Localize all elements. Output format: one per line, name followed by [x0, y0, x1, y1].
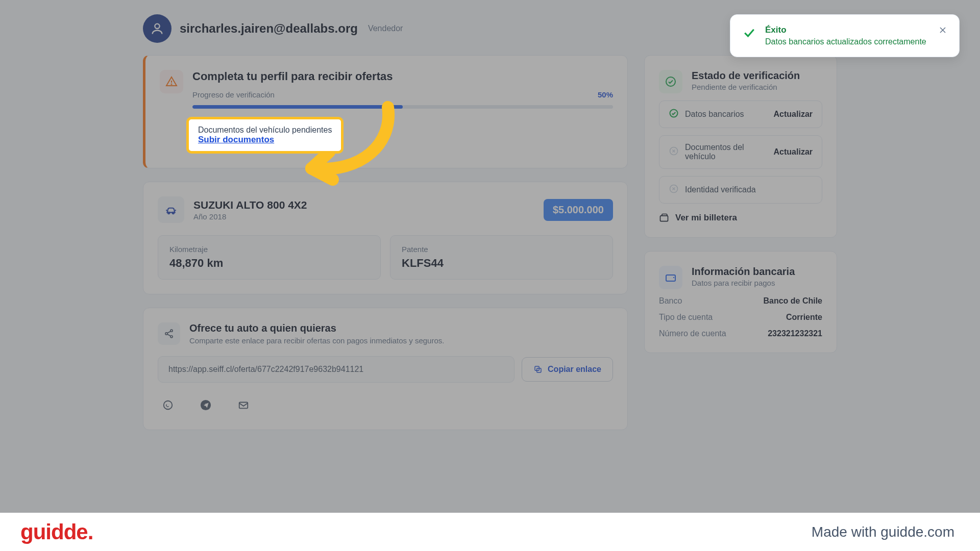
stat-label: Patente: [402, 245, 601, 254]
svg-line-9: [167, 334, 170, 336]
close-icon: [938, 25, 948, 35]
telegram-icon[interactable]: [195, 395, 216, 415]
copy-link-button[interactable]: Copiar enlace: [522, 357, 613, 382]
stat-label: Kilometraje: [169, 245, 369, 254]
bank-value: Banco de Chile: [763, 296, 822, 306]
stat-value: KLFS44: [402, 257, 601, 270]
avatar: [143, 14, 172, 43]
bank-label: Tipo de cuenta: [659, 313, 713, 322]
progress-pct: 50%: [598, 90, 613, 99]
svg-rect-14: [239, 403, 248, 409]
stat-patente: Patente KLFS44: [390, 235, 613, 280]
verification-item-label: Documentos del vehículo: [685, 143, 774, 161]
bank-subtitle: Datos para recibir pagos: [692, 279, 795, 287]
verification-item: Datos bancarios Actualizar: [659, 101, 822, 128]
bank-row: Número de cuenta 232321232321: [659, 329, 822, 338]
guidde-logo: guidde.: [20, 520, 93, 544]
verification-card: Estado de verificación Pendiente de veri…: [644, 55, 837, 238]
vehicle-title: SUZUKI ALTO 800 4X2: [193, 199, 307, 211]
shield-check-icon: [659, 70, 682, 93]
update-button[interactable]: Actualizar: [774, 147, 813, 157]
share-url[interactable]: https://app.seiff.cl/oferta/677c2242f917…: [158, 356, 514, 383]
wallet-icon: [659, 266, 682, 289]
footer: guidde. Made with guidde.com: [0, 513, 980, 551]
svg-line-8: [167, 331, 170, 333]
copy-label: Copiar enlace: [548, 365, 601, 374]
verification-item: Identidad verificada: [659, 176, 822, 204]
circle-x-icon: [669, 184, 679, 196]
vehicle-card: SUZUKI ALTO 800 4X2 Año 2018 $5.000.000 …: [143, 182, 628, 294]
stat-kilometraje: Kilometraje 48,870 km: [158, 235, 381, 280]
price-badge: $5.000.000: [544, 199, 613, 221]
circle-x-icon: [669, 146, 679, 158]
profile-title: Completa tu perfil para recibir ofertas: [192, 70, 613, 83]
verification-title: Estado de verificación: [692, 70, 800, 82]
wallet-icon: [659, 213, 669, 223]
toast-message: Datos bancarios actualizados correctamen…: [765, 37, 929, 46]
update-button[interactable]: Actualizar: [774, 110, 813, 119]
upload-highlight: Documentos del vehículo pendientes Subir…: [186, 117, 344, 154]
upload-documents-link[interactable]: Subir documentos: [198, 135, 274, 144]
wallet-link[interactable]: Ver mi billetera: [659, 213, 737, 223]
profile-completion-card: Completa tu perfil para recibir ofertas …: [143, 55, 628, 168]
share-subtitle: Comparte este enlace para recibir oferta…: [189, 336, 444, 345]
wallet-label: Ver mi billetera: [675, 213, 737, 223]
verification-item-label: Datos bancarios: [685, 110, 744, 119]
vehicle-subtitle: Año 2018: [193, 212, 307, 221]
bank-row: Tipo de cuenta Corriente: [659, 313, 822, 322]
svg-point-5: [170, 330, 173, 332]
svg-point-15: [666, 77, 675, 86]
email-icon[interactable]: [233, 395, 254, 415]
svg-point-2: [171, 84, 172, 84]
check-icon: [742, 25, 757, 42]
verification-item-label: Identidad verificada: [685, 185, 756, 194]
share-card: Ofrece tu auto a quien quieras Comparte …: [143, 308, 628, 430]
success-toast: Éxito Datos bancarios actualizados corre…: [730, 14, 960, 57]
bank-info-card: Información bancaria Datos para recibir …: [644, 251, 837, 353]
check-circle-icon: [669, 108, 679, 120]
share-icon: [158, 322, 180, 345]
car-icon: [158, 196, 184, 223]
pending-text: Documentos del vehículo pendientes: [198, 126, 332, 135]
bank-label: Banco: [659, 296, 682, 306]
toast-close-button[interactable]: [938, 25, 948, 37]
toast-title: Éxito: [765, 25, 929, 35]
header-role: Vendedor: [368, 24, 403, 33]
whatsapp-icon[interactable]: [158, 395, 178, 415]
user-icon: [150, 21, 164, 36]
copy-icon: [533, 365, 543, 374]
footer-made-with: Made with guidde.com: [812, 524, 954, 540]
bank-row: Banco Banco de Chile: [659, 296, 822, 306]
bank-title: Información bancaria: [692, 266, 795, 278]
svg-point-6: [165, 333, 167, 335]
stat-value: 48,870 km: [169, 257, 369, 270]
svg-rect-23: [660, 216, 668, 221]
share-title: Ofrece tu auto a quien quieras: [189, 322, 444, 334]
verification-item: Documentos del vehículo Actualizar: [659, 135, 822, 169]
progress-bar: [192, 105, 613, 109]
progress-fill: [192, 105, 403, 109]
bank-value: 232321232321: [768, 329, 822, 338]
header-email: sircharles.jairen@deallabs.org: [180, 21, 358, 36]
bank-label: Número de cuenta: [659, 329, 726, 338]
progress-label: Progreso de verificación: [192, 90, 275, 99]
warning-icon: [160, 70, 183, 93]
verification-subtitle: Pendiente de verificación: [692, 83, 800, 91]
svg-point-7: [170, 336, 173, 338]
svg-point-12: [164, 401, 173, 410]
bank-value: Corriente: [786, 313, 822, 322]
svg-point-0: [155, 24, 159, 29]
